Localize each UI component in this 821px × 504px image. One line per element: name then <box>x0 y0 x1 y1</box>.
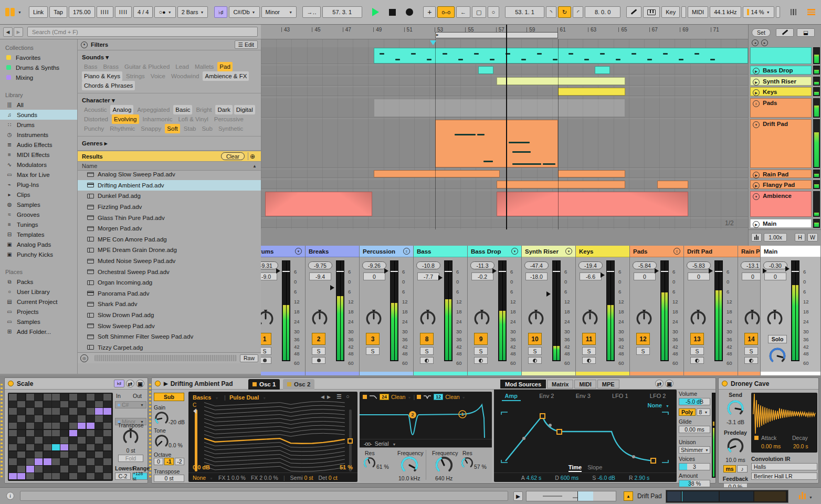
sidebar-item-grooves[interactable]: ≈Grooves <box>0 209 77 219</box>
transpose-value[interactable]: 0 st <box>154 475 184 482</box>
scale-grid-cell[interactable] <box>9 430 17 437</box>
scale-grid-cell[interactable] <box>35 408 43 415</box>
wavetable-list-view-icon[interactable]: ☰ <box>336 393 342 400</box>
tempo-field[interactable]: 175.00 <box>69 6 95 18</box>
scale-grid-cell[interactable] <box>78 458 86 465</box>
save-preset-icon[interactable]: ▣ <box>136 380 144 387</box>
list-item[interactable]: Organ Incoming.adg <box>78 277 261 288</box>
play-circle-icon[interactable]: ▶ <box>753 79 760 86</box>
volume-field[interactable]: -0.2 <box>471 272 493 280</box>
scale-grid-cell[interactable] <box>9 437 17 444</box>
octave-button--2[interactable]: -2 <box>175 458 184 465</box>
env-time-tab[interactable]: Time <box>569 464 582 472</box>
filter-tag-woodwind[interactable]: Woodwind <box>169 71 202 81</box>
filter-group-character[interactable]: Character ▾ <box>78 93 261 105</box>
mixer-track-title[interactable]: Percussion≡ <box>360 246 413 257</box>
track-header-bass-drop[interactable]: ▶Bass Drop <box>750 66 812 75</box>
scale-grid-cell[interactable] <box>60 415 68 422</box>
filter-tag-lofi-vinyl[interactable]: Lofi & Vinyl <box>176 114 210 124</box>
gain-value[interactable]: -20 dB <box>169 419 185 425</box>
scale-grid-cell[interactable] <box>26 423 34 429</box>
tone-value[interactable]: 0.0 % <box>169 442 183 448</box>
range-value[interactable]: +128 st <box>132 472 148 480</box>
scale-grid-cell[interactable] <box>78 452 86 458</box>
monitor-button[interactable] <box>744 357 758 364</box>
scale-grid-cell[interactable] <box>69 401 77 408</box>
scale-grid-cell[interactable] <box>9 452 17 458</box>
filter1-slope[interactable]: 24 <box>380 394 389 400</box>
device-chain-thumbnails[interactable] <box>666 490 788 503</box>
filter-tag-analog[interactable]: Analog <box>110 105 133 114</box>
peak-level-display[interactable]: -11.3 <box>470 261 494 269</box>
arrangement-clip[interactable] <box>374 170 499 177</box>
volume-field[interactable]: -18.0 <box>525 272 548 280</box>
scale-grid-cell[interactable] <box>87 458 94 465</box>
sidebar-item-max-for-live[interactable]: ▭Max for Live <box>0 170 77 180</box>
filter1-res-knob[interactable] <box>363 456 376 471</box>
list-item[interactable]: Drifting Ambient Pad.adv <box>78 180 261 191</box>
mixer-track-title[interactable]: Drums▼ <box>261 246 305 257</box>
scale-grid-cell[interactable] <box>44 408 51 415</box>
pan-knob[interactable] <box>365 310 383 329</box>
release-value[interactable]: 2.90 s <box>635 475 650 481</box>
solo-button[interactable]: S <box>420 347 434 355</box>
cue-volume-knob[interactable] <box>768 346 787 366</box>
res1-value[interactable]: 61 % <box>376 464 389 470</box>
list-item[interactable]: Slow Drown Pad.adg <box>78 310 261 321</box>
sidebar-item-templates[interactable]: ⊟Templates <box>0 229 77 239</box>
scale-grid-cell[interactable] <box>103 408 111 415</box>
save-preset-icon[interactable]: ▣ <box>665 380 673 387</box>
poly-toggle[interactable]: Poly <box>679 408 696 416</box>
scale-grid-cell[interactable] <box>44 415 51 422</box>
filter-tag-bass[interactable]: Bass <box>82 62 100 71</box>
track-header-ambience[interactable]: ▼Ambience <box>750 191 812 217</box>
tab-osc2[interactable]: Osc 2 <box>283 379 314 390</box>
send-knob[interactable] <box>726 399 745 419</box>
scale-grid-cell[interactable] <box>44 458 51 465</box>
set-locator-button[interactable]: Set <box>752 28 771 37</box>
track-header-main[interactable]: ▶Main <box>750 219 812 228</box>
solo-button[interactable]: S <box>636 347 650 355</box>
filter1-type-icon[interactable] <box>369 394 377 400</box>
prev-locator-icon[interactable]: ◂ <box>752 39 759 46</box>
draw-mode-icon[interactable]: ▢ <box>472 6 486 18</box>
filter2-freq-knob[interactable] <box>434 455 454 476</box>
scale-grid-cell[interactable] <box>95 415 103 422</box>
loop-switch-icon[interactable]: ↻ <box>558 6 571 18</box>
groove-pool-button[interactable]: ○●▼ <box>154 6 175 18</box>
scale-grid-cell[interactable] <box>103 466 111 472</box>
sub-osc-toggle[interactable]: Sub <box>154 393 184 401</box>
scale-grid-cell[interactable] <box>35 430 43 437</box>
scale-grid-cell[interactable] <box>35 452 43 458</box>
monitor-button[interactable] <box>261 357 271 364</box>
scale-grid-cell[interactable] <box>52 423 60 429</box>
list-item[interactable]: Muted Noise Sweep Pad.adv <box>78 256 261 267</box>
scale-grid-cell[interactable] <box>9 466 17 472</box>
scale-grid-cell[interactable] <box>52 401 60 408</box>
scale-grid-cell[interactable] <box>35 423 43 429</box>
sub-tone-knob[interactable] <box>154 434 170 450</box>
solo-button[interactable]: S <box>474 347 488 355</box>
filter-response-display[interactable]: 2 1 <box>360 402 492 438</box>
arrangement-clip[interactable] <box>558 170 625 177</box>
filter-tag-arpeggiated[interactable]: Arpeggiated <box>135 105 172 114</box>
filter1-freq-knob[interactable] <box>399 455 419 476</box>
list-item[interactable]: Glass Thin Pure Pad.adv <box>78 212 261 223</box>
track-activator-number[interactable]: 8 <box>420 333 434 345</box>
sidebar-item-drums-synths[interactable]: Drums & Synths <box>0 62 77 72</box>
arrangement-clip[interactable] <box>435 120 558 167</box>
arrangement-clip[interactable] <box>497 181 625 188</box>
scale-name-menu[interactable]: Minor▼ <box>261 6 297 18</box>
hot-swap-icon[interactable]: ⇄ <box>655 380 664 387</box>
wavetable-name-menu[interactable]: Pulse Dual ▼ <box>229 394 266 401</box>
meter-display-toggle[interactable] <box>751 233 762 242</box>
sidebar-item-user-library[interactable]: ○User Library <box>0 287 77 297</box>
glide-value[interactable]: 0.00 ms <box>679 426 710 433</box>
scale-grid-cell[interactable] <box>103 394 111 401</box>
pan-knob[interactable] <box>689 310 707 329</box>
fx2-value[interactable]: FX 2 0.0 % <box>251 475 278 481</box>
arrangement-clip[interactable] <box>374 48 748 64</box>
metronome-icon[interactable]: ΙΙΙΙ <box>97 6 113 18</box>
punch-out-icon[interactable]: ◜ <box>573 6 583 18</box>
preview-waveform[interactable] <box>94 355 237 361</box>
